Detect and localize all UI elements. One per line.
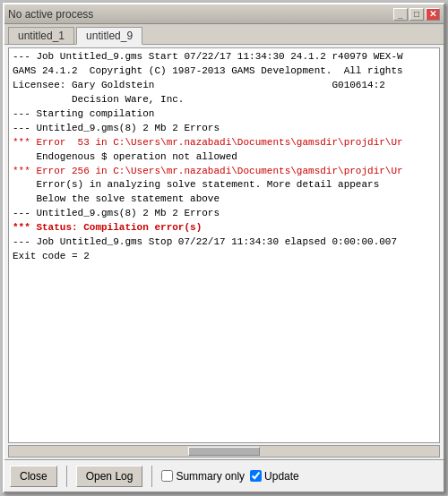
log-output[interactable]: --- Job Untitled_9.gms Start 07/22/17 11…: [8, 47, 440, 443]
open-log-button[interactable]: Open Log: [76, 466, 143, 487]
title-bar-buttons: _ □ ✕: [393, 8, 440, 21]
scrollbar-thumb[interactable]: [188, 447, 260, 456]
minimize-button[interactable]: _: [393, 8, 408, 21]
close-button[interactable]: Close: [10, 466, 57, 487]
maximize-button[interactable]: □: [409, 8, 424, 21]
log-container: --- Job Untitled_9.gms Start 07/22/17 11…: [8, 47, 440, 443]
tab-bar: untitled_1 untitled_9: [4, 24, 444, 45]
separator-2: [151, 466, 152, 487]
window-title: No active process: [8, 8, 93, 21]
summary-only-checkbox[interactable]: [161, 470, 173, 482]
main-window: No active process _ □ ✕ untitled_1 untit…: [3, 3, 445, 493]
horizontal-scrollbar[interactable]: [8, 445, 440, 458]
bottom-bar: Close Open Log Summary only Update: [4, 459, 444, 492]
title-bar: No active process _ □ ✕: [4, 4, 444, 24]
separator-1: [66, 466, 67, 487]
tab-untitled-9[interactable]: untitled_9: [76, 27, 142, 45]
update-text: Update: [264, 470, 299, 483]
close-window-button[interactable]: ✕: [426, 8, 440, 21]
tab-untitled-1[interactable]: untitled_1: [8, 27, 74, 44]
summary-only-label[interactable]: Summary only: [161, 470, 245, 483]
update-label[interactable]: Update: [250, 470, 299, 483]
summary-only-text: Summary only: [176, 470, 245, 483]
update-checkbox[interactable]: [250, 470, 262, 482]
